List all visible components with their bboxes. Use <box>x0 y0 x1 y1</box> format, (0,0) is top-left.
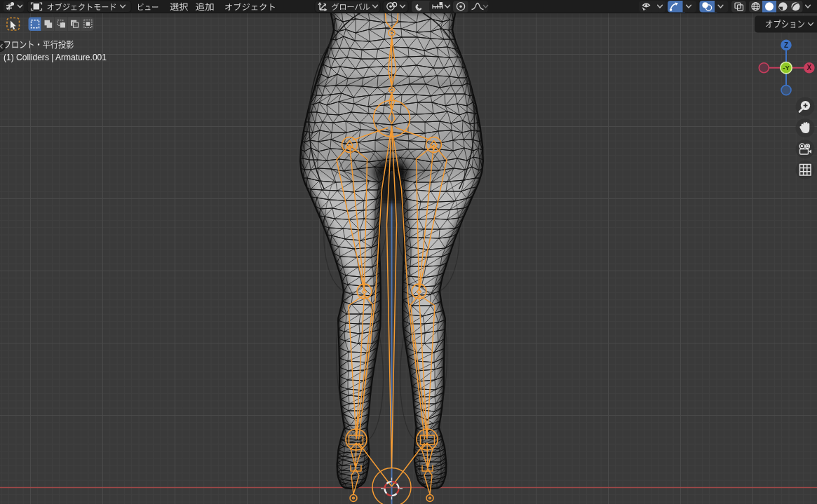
svg-text:X: X <box>807 64 812 71</box>
svg-text:Z: Z <box>784 41 788 49</box>
svg-text:-Y: -Y <box>783 64 790 71</box>
svg-text:(1) Colliders | Armature.001: (1) Colliders | Armature.001 <box>4 52 107 62</box>
